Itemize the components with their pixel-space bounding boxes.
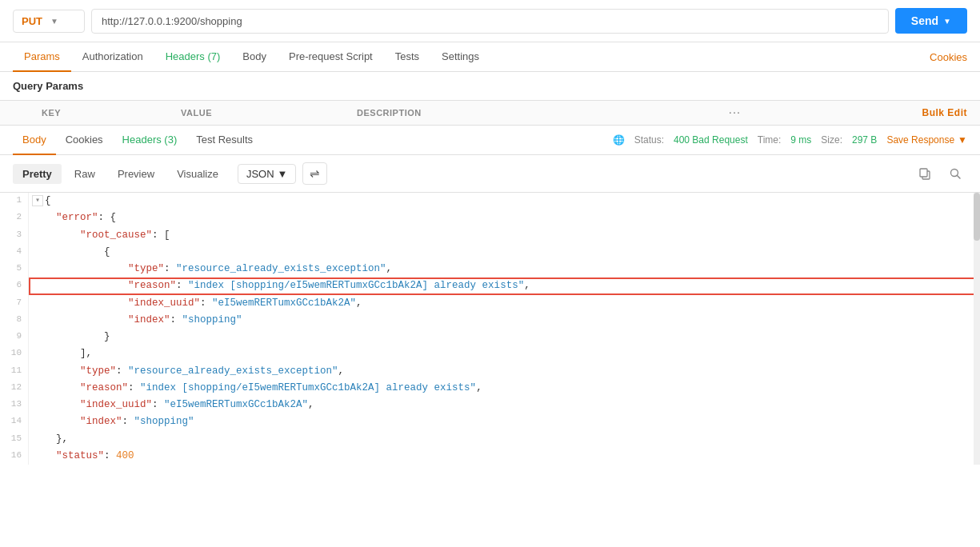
line-content: "type": "resource_already_exists_excepti…	[29, 261, 980, 277]
line-number: 6	[0, 277, 29, 294]
line-content: "root_cause": [	[29, 227, 980, 244]
tab-authorization[interactable]: Authorization	[71, 42, 154, 72]
cookies-link[interactable]: Cookies	[930, 51, 967, 63]
tab-headers[interactable]: Headers (7)	[154, 42, 232, 72]
wrap-icon: ⇌	[310, 166, 320, 181]
json-line: 4 {	[0, 244, 980, 261]
query-params-header: Query Params	[0, 72, 980, 100]
format-tab-raw[interactable]: Raw	[65, 164, 105, 184]
line-number: 12	[0, 380, 29, 397]
col-actions: ···	[623, 101, 760, 126]
line-content: "index_uuid": "eI5wemRERTumxGCc1bAk2A",	[29, 295, 980, 312]
line-number: 13	[0, 397, 29, 413]
more-options-icon[interactable]: ···	[729, 108, 741, 118]
json-line: 14 "index": "shopping"	[0, 413, 980, 430]
line-number: 14	[0, 413, 29, 430]
json-line: 12 "reason": "index [shopping/eI5wemRERT…	[0, 380, 980, 397]
json-line: 10 ],	[0, 345, 980, 362]
tab-params[interactable]: Params	[13, 42, 71, 72]
line-content: "index": "shopping"	[29, 413, 980, 430]
line-number: 16	[0, 448, 29, 465]
method-value: PUT	[22, 15, 47, 27]
col-key: KEY	[29, 101, 168, 126]
top-tab-bar: Params Authorization Headers (7) Body Pr…	[0, 42, 980, 72]
line-number: 15	[0, 431, 29, 448]
right-icons	[913, 162, 967, 186]
tab-pre-request-script[interactable]: Pre-request Script	[278, 42, 384, 72]
line-number: 3	[0, 227, 29, 244]
method-select[interactable]: PUT ▼	[13, 10, 85, 33]
time-value: 9 ms	[790, 134, 811, 146]
line-number: 1	[0, 193, 29, 210]
send-chevron-icon: ▼	[943, 17, 951, 26]
method-chevron-icon: ▼	[50, 17, 76, 26]
format-tab-pretty[interactable]: Pretty	[13, 164, 62, 184]
json-line: 9 }	[0, 329, 980, 345]
line-content: "error": {	[29, 210, 980, 226]
json-format-dropdown[interactable]: JSON ▼	[238, 164, 297, 184]
line-content: "index_uuid": "eI5wemRERTumxGCc1bAk2A",	[29, 397, 980, 413]
line-content: "type": "resource_already_exists_excepti…	[29, 363, 980, 380]
copy-button[interactable]	[913, 162, 937, 186]
time-label: Time:	[758, 134, 782, 146]
json-line: 3 "root_cause": [	[0, 227, 980, 244]
send-label: Send	[911, 14, 938, 27]
json-content-area: 1▾{2 "error": {3 "root_cause": [4 {5 "ty…	[0, 193, 980, 465]
line-number: 7	[0, 295, 29, 312]
line-content: "reason": "index [shopping/eI5wemRERTumx…	[29, 277, 980, 294]
search-button[interactable]	[943, 162, 967, 186]
line-content: ▾{	[29, 193, 980, 210]
line-content: "status": 400	[29, 448, 980, 465]
json-line: 15 },	[0, 431, 980, 448]
scrollbar-thumb[interactable]	[974, 193, 980, 241]
fold-icon[interactable]: ▾	[32, 195, 43, 206]
tab-response-cookies[interactable]: Cookies	[56, 126, 113, 155]
line-content: ],	[29, 345, 980, 362]
send-button[interactable]: Send ▼	[895, 8, 967, 34]
format-tab-visualize[interactable]: Visualize	[167, 164, 228, 184]
status-info: 🌐 Status: 400 Bad Request Time: 9 ms Siz…	[613, 134, 967, 146]
wrap-button[interactable]: ⇌	[302, 162, 327, 185]
size-label: Size:	[821, 134, 842, 146]
line-number: 11	[0, 363, 29, 380]
url-input[interactable]	[91, 9, 889, 34]
json-line: 8 "index": "shopping"	[0, 312, 980, 329]
line-number: 8	[0, 312, 29, 329]
scrollbar-track[interactable]	[974, 193, 980, 465]
save-response-label: Save Response	[886, 134, 954, 146]
url-bar: PUT ▼ Send ▼	[0, 0, 980, 42]
save-response-button[interactable]: Save Response ▼	[886, 134, 967, 146]
tab-test-results[interactable]: Test Results	[186, 126, 262, 155]
line-number: 4	[0, 244, 29, 261]
tab-settings[interactable]: Settings	[430, 42, 490, 72]
status-label: Status:	[634, 134, 664, 146]
tab-response-headers[interactable]: Headers (3)	[113, 126, 187, 155]
svg-line-3	[958, 176, 961, 179]
json-line: 5 "type": "resource_already_exists_excep…	[0, 261, 980, 277]
status-value: 400 Bad Request	[674, 134, 748, 146]
col-description: DESCRIPTION	[344, 101, 623, 126]
line-content: },	[29, 431, 980, 448]
tab-response-body[interactable]: Body	[13, 126, 56, 155]
json-line: 16 "status": 400	[0, 448, 980, 465]
globe-icon: 🌐	[613, 134, 625, 146]
tab-tests[interactable]: Tests	[384, 42, 430, 72]
line-content: "reason": "index [shopping/eI5wemRERTumx…	[29, 380, 980, 397]
line-content: "index": "shopping"	[29, 312, 980, 329]
json-line: 6 "reason": "index [shopping/eI5wemRERTu…	[0, 277, 980, 294]
params-table: KEY VALUE DESCRIPTION ··· Bulk Edit	[0, 100, 980, 126]
json-format-label: JSON	[246, 168, 274, 180]
json-format-chevron-icon: ▼	[278, 168, 288, 180]
line-number: 10	[0, 345, 29, 362]
tab-body[interactable]: Body	[231, 42, 278, 72]
format-tab-preview[interactable]: Preview	[108, 164, 164, 184]
svg-rect-1	[920, 169, 927, 177]
line-content: }	[29, 329, 980, 345]
save-response-chevron-icon: ▼	[958, 134, 967, 146]
json-line: 11 "type": "resource_already_exists_exce…	[0, 363, 980, 380]
format-bar: Pretty Raw Preview Visualize JSON ▼ ⇌	[0, 155, 980, 193]
line-number: 2	[0, 210, 29, 226]
json-line: 7 "index_uuid": "eI5wemRERTumxGCc1bAk2A"…	[0, 295, 980, 312]
json-line: 13 "index_uuid": "eI5wemRERTumxGCc1bAk2A…	[0, 397, 980, 413]
bulk-edit-btn[interactable]: Bulk Edit	[761, 101, 980, 126]
